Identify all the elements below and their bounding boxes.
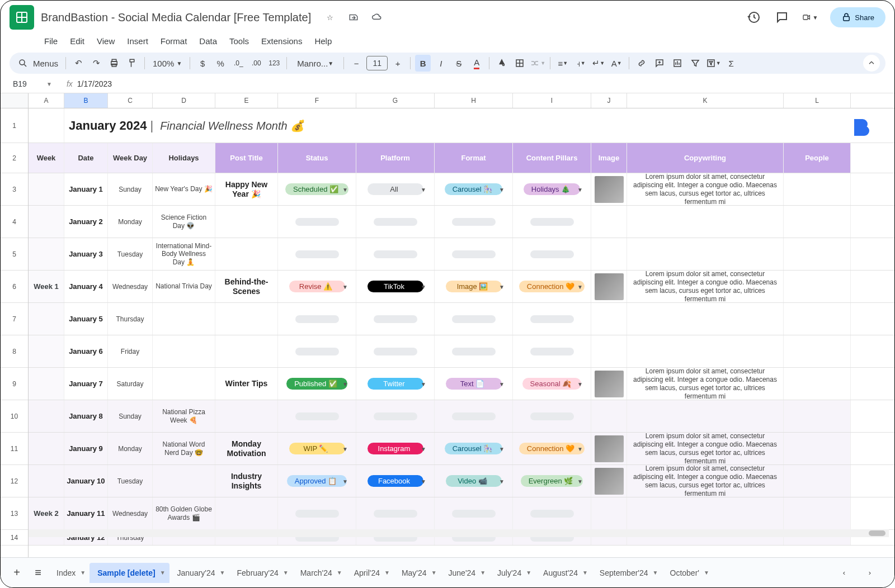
sheet-tab[interactable]: April'24▼ bbox=[346, 563, 394, 583]
menu-view[interactable]: View bbox=[91, 34, 120, 48]
holiday-cell[interactable] bbox=[153, 335, 215, 367]
copy-cell[interactable] bbox=[627, 206, 784, 238]
empty-pill[interactable] bbox=[295, 348, 339, 355]
row-header[interactable]: 14 bbox=[1, 530, 28, 546]
hdr-week[interactable]: Week bbox=[29, 143, 64, 173]
image-cell[interactable] bbox=[591, 303, 627, 335]
pillar-cell[interactable]: Connection 🧡▼ bbox=[513, 271, 591, 302]
empty-pill[interactable] bbox=[530, 412, 574, 420]
chip[interactable]: Carousel 🎠 bbox=[445, 183, 503, 195]
chevron-down-icon[interactable]: ▼ bbox=[421, 283, 426, 290]
insert-chart-icon[interactable] bbox=[670, 55, 685, 72]
status-cell[interactable]: Scheduled ✅▼ bbox=[278, 173, 356, 205]
week-cell[interactable] bbox=[29, 368, 64, 400]
tab-scroll-right-icon[interactable]: › bbox=[862, 565, 878, 581]
paint-format-icon[interactable] bbox=[124, 55, 140, 72]
undo-icon[interactable]: ↶ bbox=[70, 55, 86, 72]
empty-pill[interactable] bbox=[374, 218, 417, 226]
sheet-tab[interactable]: March'24▼ bbox=[293, 563, 346, 583]
empty-pill[interactable] bbox=[452, 348, 496, 355]
image-cell[interactable] bbox=[591, 335, 627, 367]
page-title[interactable]: January 2024|Financial Wellness Month 💰 bbox=[64, 108, 400, 143]
chevron-down-icon[interactable]: ▼ bbox=[283, 570, 289, 576]
col-E[interactable]: E bbox=[215, 93, 278, 108]
people-cell[interactable] bbox=[784, 303, 851, 335]
menu-file[interactable]: File bbox=[39, 34, 63, 48]
chevron-down-icon[interactable]: ▼ bbox=[480, 570, 486, 576]
chip[interactable]: WIP ✏️ bbox=[289, 443, 345, 454]
font-size-dec[interactable]: − bbox=[348, 55, 364, 72]
holiday-cell[interactable] bbox=[153, 368, 215, 400]
chevron-down-icon[interactable]: ▼ bbox=[577, 283, 583, 290]
chevron-down-icon[interactable]: ▼ bbox=[577, 381, 583, 387]
people-cell[interactable] bbox=[784, 433, 851, 464]
comment-icon[interactable] bbox=[774, 10, 790, 25]
image-cell[interactable] bbox=[591, 368, 627, 400]
post-title-cell[interactable]: Behind-the-Scenes bbox=[215, 271, 278, 302]
row-header[interactable]: 12 bbox=[1, 465, 28, 497]
row-header[interactable]: 7 bbox=[1, 303, 28, 335]
col-A[interactable]: A bbox=[29, 93, 64, 108]
status-cell[interactable]: Published ✅▼ bbox=[278, 368, 356, 400]
chip[interactable]: Instagram bbox=[368, 443, 423, 454]
row-header[interactable]: 3 bbox=[1, 173, 28, 206]
col-L[interactable]: L bbox=[784, 93, 851, 108]
format-cell[interactable]: Text 📄▼ bbox=[435, 368, 513, 400]
fill-color-icon[interactable] bbox=[494, 55, 510, 72]
hdr-people[interactable]: People bbox=[784, 143, 851, 173]
format-cell[interactable]: Video 📹▼ bbox=[435, 465, 513, 497]
image-cell[interactable] bbox=[591, 433, 627, 464]
empty-pill[interactable] bbox=[530, 510, 574, 518]
halign-icon[interactable]: ≡▼ bbox=[555, 55, 571, 72]
sheet-tab[interactable]: February'24▼ bbox=[229, 563, 293, 583]
holiday-cell[interactable] bbox=[153, 465, 215, 497]
sheet-tab[interactable]: July'24▼ bbox=[489, 563, 535, 583]
sheet-tab[interactable]: May'24▼ bbox=[394, 563, 441, 583]
print-icon[interactable] bbox=[106, 55, 122, 72]
empty-pill[interactable] bbox=[374, 412, 417, 420]
people-cell[interactable] bbox=[784, 368, 851, 400]
sheet-tab[interactable]: June'24▼ bbox=[441, 563, 490, 583]
empty-pill[interactable] bbox=[452, 315, 496, 323]
sheet-tab[interactable]: Sample [delete]▼ bbox=[90, 563, 169, 583]
copy-cell[interactable] bbox=[627, 497, 784, 529]
date-cell[interactable]: January 10 bbox=[64, 465, 108, 497]
sheet-tab[interactable]: January'24▼ bbox=[169, 563, 229, 583]
chevron-down-icon[interactable]: ▼ bbox=[582, 570, 588, 576]
weekday-cell[interactable]: Tuesday bbox=[108, 465, 153, 497]
toolbar-search-label[interactable]: Menus bbox=[33, 55, 61, 72]
copy-cell[interactable]: Lorem ipsum dolor sit amet, consectetur … bbox=[627, 271, 784, 302]
valign-icon[interactable]: ⫞▼ bbox=[573, 55, 588, 72]
dec-increase-icon[interactable]: .00 bbox=[248, 55, 264, 72]
week-cell[interactable] bbox=[29, 335, 64, 367]
format-cell[interactable] bbox=[435, 335, 513, 367]
menu-help[interactable]: Help bbox=[309, 34, 337, 48]
chip[interactable]: Twitter bbox=[368, 378, 423, 390]
people-cell[interactable] bbox=[784, 335, 851, 367]
holiday-cell[interactable]: National Word Nerd Day 🤓 bbox=[153, 433, 215, 464]
col-H[interactable]: H bbox=[435, 93, 513, 108]
share-button[interactable]: Share bbox=[830, 7, 885, 27]
platform-cell[interactable] bbox=[356, 206, 435, 238]
chip[interactable]: Scheduled ✅ bbox=[285, 183, 348, 195]
holiday-cell[interactable]: International Mind-Body Wellness Day 🧘 bbox=[153, 238, 215, 270]
chevron-down-icon[interactable]: ▼ bbox=[499, 283, 505, 290]
format-cell[interactable] bbox=[435, 206, 513, 238]
weekday-cell[interactable]: Sunday bbox=[108, 173, 153, 205]
row-header[interactable]: 11 bbox=[1, 433, 28, 465]
post-title-cell[interactable] bbox=[215, 238, 278, 270]
font-select[interactable]: Manro... ▼ bbox=[291, 55, 339, 72]
hdr-status[interactable]: Status bbox=[278, 143, 356, 173]
hdr-copy[interactable]: Copywriting bbox=[627, 143, 784, 173]
copy-cell[interactable] bbox=[627, 400, 784, 432]
chevron-down-icon[interactable]: ▼ bbox=[421, 186, 426, 192]
status-cell[interactable] bbox=[278, 303, 356, 335]
move-icon[interactable] bbox=[346, 10, 361, 25]
post-title-cell[interactable]: Happy New Year 🎉 bbox=[215, 173, 278, 205]
week-cell[interactable] bbox=[29, 238, 64, 270]
dec-decrease-icon[interactable]: .0_ bbox=[230, 55, 246, 72]
star-icon[interactable]: ☆ bbox=[322, 10, 338, 25]
copy-cell[interactable] bbox=[627, 238, 784, 270]
image-cell[interactable] bbox=[591, 206, 627, 238]
wrap-icon[interactable]: ↵▼ bbox=[591, 55, 606, 72]
